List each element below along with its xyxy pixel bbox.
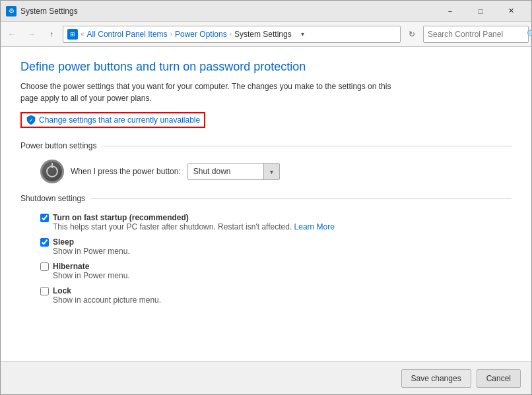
power-button-dropdown[interactable]: Shut down ▾ xyxy=(187,163,280,180)
refresh-button[interactable]: ↻ xyxy=(403,26,420,43)
title-bar-controls: − □ ✕ xyxy=(435,1,526,22)
sep3: › xyxy=(230,30,232,38)
address-bar: ← → ↑ ⊞ « All Control Panel Items › Powe… xyxy=(1,22,531,47)
maximize-button[interactable]: □ xyxy=(465,1,496,22)
hibernate-label[interactable]: Hibernate xyxy=(53,262,89,271)
shutdown-section-label: Shutdown settings xyxy=(20,194,85,203)
list-item: Hibernate Show in Power menu. xyxy=(40,261,512,280)
window-icon: ⚙ xyxy=(6,6,17,16)
list-item: Lock Show in account picture menu. xyxy=(40,286,512,305)
sleep-desc: Show in Power menu. xyxy=(53,247,130,256)
breadcrumb-icon: ⊞ xyxy=(67,29,78,40)
fast-startup-desc-text: This helps start your PC faster after sh… xyxy=(53,222,292,231)
divider2 xyxy=(90,198,512,199)
sleep-content: Sleep Show in Power menu. xyxy=(53,237,130,256)
change-settings-text: Change settings that are currently unava… xyxy=(39,115,200,125)
power-icon xyxy=(40,160,64,183)
hibernate-checkbox[interactable] xyxy=(40,262,49,271)
fast-startup-label[interactable]: Turn on fast startup (recommended) xyxy=(53,213,189,222)
page-title: Define power buttons and turn on passwor… xyxy=(20,60,512,74)
cancel-button[interactable]: Cancel xyxy=(477,369,521,388)
breadcrumb-link-poweroptions[interactable]: Power Options xyxy=(175,30,227,39)
svg-text:✓: ✓ xyxy=(29,118,33,123)
shield-icon: ✓ xyxy=(26,115,36,125)
power-button-section-header: Power button settings xyxy=(20,141,512,150)
title-bar: ⚙ System Settings − □ ✕ xyxy=(1,1,531,22)
forward-button[interactable]: → xyxy=(23,26,40,43)
sep2: › xyxy=(170,30,172,38)
search-box: 🔍 xyxy=(423,26,529,43)
shutdown-section: Shutdown settings Turn on fast startup (… xyxy=(20,194,512,305)
breadcrumb-current: System Settings xyxy=(234,30,292,39)
page-description: Choose the power settings that you want … xyxy=(20,80,403,104)
breadcrumb-link-controlpanel[interactable]: All Control Panel Items xyxy=(87,30,168,39)
sleep-checkbox[interactable] xyxy=(40,238,49,247)
content: Define power buttons and turn on passwor… xyxy=(1,47,531,394)
sep1: « xyxy=(81,30,84,38)
close-button[interactable]: ✕ xyxy=(496,1,526,22)
change-settings-link[interactable]: ✓ Change settings that are currently una… xyxy=(20,112,205,128)
power-button-section-label: Power button settings xyxy=(20,141,96,150)
lock-label[interactable]: Lock xyxy=(53,286,71,295)
power-dropdown-arrow: ▾ xyxy=(263,164,279,179)
hibernate-desc: Show in Power menu. xyxy=(53,271,130,280)
fast-startup-desc: This helps start your PC faster after sh… xyxy=(53,222,335,231)
fast-startup-checkbox[interactable] xyxy=(40,214,49,222)
page-desc-line2: page apply to all of your power plans. xyxy=(20,94,152,103)
power-icon-inner xyxy=(46,166,58,177)
minimize-button[interactable]: − xyxy=(435,1,465,22)
list-item: Sleep Show in Power menu. xyxy=(40,237,512,256)
list-item: Turn on fast startup (recommended) This … xyxy=(40,212,512,231)
up-button[interactable]: ↑ xyxy=(43,26,60,43)
sleep-label[interactable]: Sleep xyxy=(53,237,74,247)
power-dropdown-value: Shut down xyxy=(188,167,263,176)
search-icon: 🔍 xyxy=(527,30,532,39)
lock-content: Lock Show in account picture menu. xyxy=(53,286,161,305)
breadcrumb: ⊞ « All Control Panel Items › Power Opti… xyxy=(63,26,401,43)
main-content: Define power buttons and turn on passwor… xyxy=(1,47,531,361)
search-input[interactable] xyxy=(428,30,527,39)
back-button[interactable]: ← xyxy=(3,26,20,43)
power-button-label: When I press the power button: xyxy=(71,167,181,176)
save-changes-button[interactable]: Save changes xyxy=(401,369,471,388)
bottom-bar: Save changes Cancel xyxy=(1,361,531,394)
divider1 xyxy=(102,146,512,146)
window: ⚙ System Settings − □ ✕ ← → ↑ ⊞ « All Co… xyxy=(0,0,532,395)
breadcrumb-dropdown-button[interactable]: ▾ xyxy=(294,26,312,43)
page-desc-line1: Choose the power settings that you want … xyxy=(20,82,391,91)
lock-desc: Show in account picture menu. xyxy=(53,295,161,305)
power-button-row: When I press the power button: Shut down… xyxy=(40,160,512,183)
shutdown-section-header: Shutdown settings xyxy=(20,194,512,203)
window-title: System Settings xyxy=(20,7,435,16)
fast-startup-content: Turn on fast startup (recommended) This … xyxy=(53,212,335,231)
learn-more-link[interactable]: Learn More xyxy=(294,222,335,231)
hibernate-content: Hibernate Show in Power menu. xyxy=(53,261,130,280)
lock-checkbox[interactable] xyxy=(40,287,49,295)
